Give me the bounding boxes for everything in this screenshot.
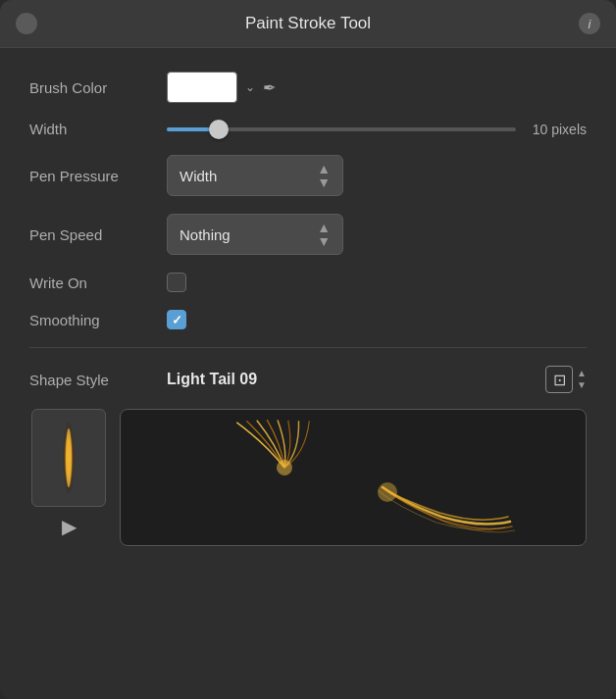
svg-point-3 <box>378 482 397 502</box>
title-bar: Paint Stroke Tool i <box>0 0 616 48</box>
color-dropdown-arrow[interactable]: ⌄ <box>245 80 255 94</box>
pen-pressure-stepper[interactable]: ▲ ▼ <box>317 162 331 189</box>
preview-thumbnail: ▶ <box>29 409 108 546</box>
stroke-group-2 <box>378 482 515 532</box>
info-button[interactable]: i <box>579 13 600 34</box>
smoothing-row: Smoothing ✓ <box>29 310 587 329</box>
width-slider-track[interactable] <box>167 127 516 131</box>
thumb-svg <box>39 414 98 502</box>
shape-stepper[interactable]: ▲ ▼ <box>577 368 587 391</box>
stroke-group-1 <box>236 414 324 485</box>
shape-name: Light Tail 09 <box>167 371 545 388</box>
pen-speed-stepper[interactable]: ▲ ▼ <box>317 221 331 248</box>
width-value: 10 pixels <box>528 122 587 137</box>
pen-speed-select[interactable]: Nothing ▲ ▼ <box>167 214 343 255</box>
width-label: Width <box>29 121 167 137</box>
pen-speed-row: Pen Speed Nothing ▲ ▼ <box>29 214 587 255</box>
brush-color-controls: ⌄ ✒ <box>167 72 276 103</box>
preview-area: ▶ <box>29 409 587 556</box>
panel-title: Paint Stroke Tool <box>245 14 371 33</box>
pen-pressure-row: Pen Pressure Width ▲ ▼ <box>29 155 587 196</box>
shape-stepper-down[interactable]: ▼ <box>577 379 587 391</box>
brush-color-label: Brush Color <box>29 79 167 96</box>
content-area: Brush Color ⌄ ✒ Width 10 pixels Pen Pres… <box>0 48 616 575</box>
smoothing-checkbox[interactable]: ✓ <box>167 310 186 329</box>
smoothing-checkmark: ✓ <box>172 313 182 327</box>
color-swatch[interactable] <box>167 72 237 103</box>
paint-stroke-tool-panel: Paint Stroke Tool i Brush Color ⌄ ✒ Widt… <box>0 0 616 699</box>
thumb-box[interactable] <box>31 409 106 507</box>
play-button[interactable]: ▶ <box>62 515 77 538</box>
copy-shape-icon[interactable] <box>545 366 573 393</box>
pen-speed-value: Nothing <box>180 226 231 243</box>
brush-color-row: Brush Color ⌄ ✒ <box>29 72 587 103</box>
pen-pressure-select[interactable]: Width ▲ ▼ <box>167 155 343 196</box>
width-row: Width 10 pixels <box>29 121 587 137</box>
stroke-preview-svg <box>186 414 520 541</box>
write-on-checkbox[interactable] <box>167 273 186 292</box>
divider <box>29 347 587 348</box>
pen-pressure-value: Width <box>180 168 217 184</box>
smoothing-label: Smoothing <box>29 312 167 328</box>
pen-speed-label: Pen Speed <box>29 226 167 243</box>
svg-point-2 <box>275 458 295 478</box>
shape-controls: ▲ ▼ <box>545 366 587 393</box>
traffic-light[interactable] <box>16 13 37 34</box>
write-on-label: Write On <box>29 275 167 291</box>
pen-pressure-label: Pen Pressure <box>29 168 167 184</box>
write-on-row: Write On <box>29 273 587 292</box>
width-slider-thumb[interactable] <box>209 120 229 139</box>
shape-style-row: Shape Style Light Tail 09 ▲ ▼ <box>29 366 587 393</box>
preview-main[interactable] <box>120 409 587 546</box>
svg-point-1 <box>66 428 72 487</box>
shape-style-label: Shape Style <box>29 372 167 388</box>
shape-stepper-up[interactable]: ▲ <box>577 368 587 379</box>
eyedropper-icon[interactable]: ✒ <box>263 78 276 97</box>
width-slider-container: 10 pixels <box>167 122 587 137</box>
